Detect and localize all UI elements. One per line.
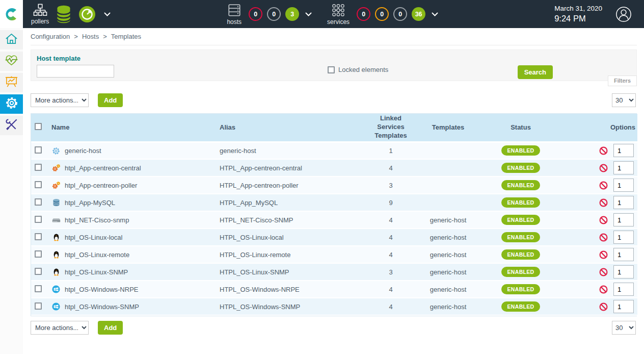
centreon-logo[interactable] — [0, 0, 23, 28]
table-header-row: Name Alias Linked Services Templates Tem… — [31, 114, 637, 142]
hosts-item[interactable]: hosts — [227, 3, 242, 25]
disable-icon[interactable] — [599, 216, 608, 224]
row-select-checkbox[interactable] — [35, 302, 42, 310]
host-template-name[interactable]: htpl_OS-Linux-SNMP — [65, 268, 128, 276]
disable-icon[interactable] — [599, 233, 608, 242]
row-select-checkbox[interactable] — [35, 181, 42, 188]
sidebar-item-reporting[interactable] — [0, 73, 23, 92]
select-all-checkbox[interactable] — [35, 123, 42, 130]
disable-icon[interactable] — [599, 164, 608, 172]
hosts-badge-red[interactable]: 0 — [249, 7, 262, 21]
column-name[interactable]: Name — [49, 114, 218, 142]
status-badge: ENABLED — [501, 145, 541, 156]
sidebar-item-home[interactable] — [0, 30, 23, 49]
alias-cell: HTPL_App-centreon-central — [218, 159, 355, 176]
options-order-input[interactable] — [613, 300, 634, 313]
more-actions-select[interactable]: More actions... — [31, 93, 89, 107]
network-switch-icon — [51, 216, 61, 224]
host-templates-table: Name Alias Linked Services Templates Tem… — [31, 113, 637, 316]
column-alias[interactable]: Alias — [218, 114, 355, 142]
host-template-name[interactable]: htpl_App-MySQL — [65, 199, 115, 207]
disable-icon[interactable] — [599, 146, 608, 155]
disable-icon[interactable] — [599, 250, 608, 259]
breadcrumb-configuration[interactable]: Configuration — [31, 33, 70, 40]
row-select-checkbox[interactable] — [35, 216, 42, 223]
sidebar-item-administration[interactable] — [0, 116, 23, 135]
sidebar-item-monitoring[interactable] — [0, 52, 23, 71]
gauge-icon[interactable] — [78, 6, 96, 23]
host-template-name[interactable]: htpl_App-centreon-poller — [65, 182, 137, 189]
options-order-input[interactable] — [613, 144, 634, 157]
row-select-checkbox[interactable] — [35, 285, 42, 292]
search-button[interactable]: Search — [518, 65, 553, 79]
add-button[interactable]: Add — [98, 321, 123, 335]
row-select-checkbox[interactable] — [35, 198, 42, 206]
linked-services-templates-cell: 4 — [355, 159, 426, 176]
services-badge-orange[interactable]: 0 — [375, 7, 389, 21]
options-order-input[interactable] — [613, 179, 634, 192]
filters-tab[interactable]: Filters — [608, 75, 637, 86]
row-select-checkbox[interactable] — [35, 233, 42, 240]
chevron-down-icon[interactable] — [432, 12, 438, 16]
alias-cell: HTPL_OS-Linux-remote — [218, 246, 355, 263]
alias-cell: HTPL_App-centreon-poller — [218, 176, 355, 194]
options-order-input[interactable] — [613, 196, 634, 209]
page-size-select[interactable]: 30 — [612, 93, 636, 107]
breadcrumb-hosts[interactable]: Hosts — [82, 33, 99, 40]
options-order-input[interactable] — [613, 283, 634, 296]
row-select-checkbox[interactable] — [35, 146, 42, 154]
disable-icon[interactable] — [599, 302, 608, 311]
options-order-input[interactable] — [613, 265, 634, 279]
host-template-name[interactable]: htpl_OS-Linux-local — [65, 234, 122, 241]
host-template-input[interactable] — [37, 65, 114, 78]
row-select-checkbox[interactable] — [35, 268, 42, 275]
linked-services-templates-cell: 4 — [355, 246, 426, 263]
column-linked-services-templates[interactable]: Linked Services Templates — [355, 114, 426, 142]
sidebar-item-configuration[interactable] — [0, 94, 23, 114]
row-select-checkbox[interactable] — [35, 250, 42, 258]
locked-elements-option: Locked elements — [328, 66, 388, 73]
services-badge-red[interactable]: 0 — [357, 7, 370, 21]
disable-icon[interactable] — [599, 285, 608, 294]
linked-services-templates-cell: 4 — [355, 298, 426, 315]
disable-icon[interactable] — [599, 198, 608, 207]
add-button[interactable]: Add — [98, 93, 123, 107]
host-template-name[interactable]: htpl_OS-Windows-NRPE — [65, 286, 139, 293]
services-badge-green[interactable]: 36 — [412, 7, 425, 21]
chevron-down-icon[interactable] — [104, 12, 111, 16]
breadcrumb-templates[interactable]: Templates — [111, 33, 141, 40]
services-item[interactable]: services — [327, 3, 350, 25]
table-row: htpl_App-centreon-central HTPL_App-centr… — [31, 159, 637, 176]
host-template-name[interactable]: htpl_OS-Linux-remote — [65, 251, 129, 259]
gear-icon — [5, 96, 18, 112]
services-badge-gray[interactable]: 0 — [393, 7, 407, 21]
options-order-input[interactable] — [613, 248, 634, 261]
hosts-badge-gray[interactable]: 0 — [267, 7, 281, 21]
column-templates[interactable]: Templates — [426, 114, 470, 142]
app-gears-icon — [51, 164, 61, 172]
disable-icon[interactable] — [599, 181, 608, 190]
services-label: services — [327, 19, 350, 25]
options-order-input[interactable] — [613, 213, 634, 226]
pollers-item[interactable]: pollers — [31, 4, 49, 24]
column-options[interactable]: Options — [572, 114, 637, 142]
chevron-down-icon[interactable] — [305, 12, 312, 16]
column-status[interactable]: Status — [470, 114, 572, 142]
alias-cell: HTPL_OS-Linux-local — [218, 229, 355, 246]
page-size-select[interactable]: 30 — [612, 321, 636, 335]
row-select-checkbox[interactable] — [35, 164, 42, 171]
host-template-name[interactable]: htpl_OS-Windows-SNMP — [65, 303, 139, 311]
hosts-badge-green[interactable]: 3 — [285, 7, 299, 21]
database-green-icon[interactable] — [56, 5, 71, 23]
user-profile-button[interactable] — [615, 6, 632, 22]
alias-cell: generic-host — [218, 142, 355, 159]
host-template-name[interactable]: htpl_App-centreon-central — [65, 164, 141, 172]
host-template-label: Host template — [37, 55, 81, 62]
options-order-input[interactable] — [613, 231, 634, 244]
host-template-name[interactable]: htpl_NET-Cisco-snmp — [65, 216, 129, 224]
locked-elements-checkbox[interactable] — [328, 66, 335, 73]
options-order-input[interactable] — [613, 161, 634, 174]
disable-icon[interactable] — [599, 268, 608, 276]
more-actions-select[interactable]: More actions... — [31, 321, 89, 335]
host-template-name[interactable]: generic-host — [65, 147, 101, 155]
